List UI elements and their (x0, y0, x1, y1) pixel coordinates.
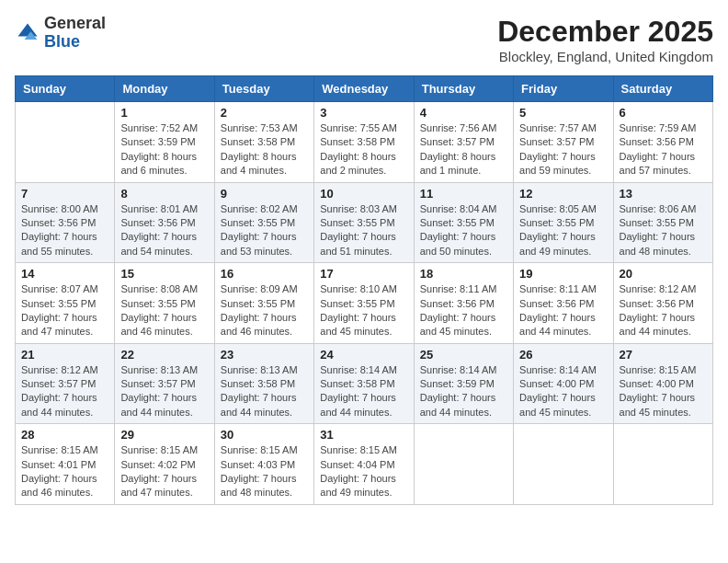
calendar-header-row: SundayMondayTuesdayWednesdayThursdayFrid… (16, 76, 713, 102)
calendar-table: SundayMondayTuesdayWednesdayThursdayFrid… (15, 75, 713, 505)
column-header-friday: Friday (514, 76, 613, 102)
day-number: 9 (221, 187, 308, 201)
day-info: Sunrise: 7:59 AMSunset: 3:56 PMDaylight:… (620, 121, 707, 178)
calendar-cell: 1Sunrise: 7:52 AMSunset: 3:59 PMDaylight… (115, 102, 214, 183)
calendar-cell: 11Sunrise: 8:04 AMSunset: 3:55 PMDayligh… (414, 182, 513, 263)
day-info: Sunrise: 8:09 AMSunset: 3:55 PMDaylight:… (221, 282, 308, 339)
day-info: Sunrise: 7:56 AMSunset: 3:57 PMDaylight:… (420, 121, 507, 178)
calendar-cell: 14Sunrise: 8:07 AMSunset: 3:55 PMDayligh… (16, 263, 115, 344)
day-info: Sunrise: 8:11 AMSunset: 3:56 PMDaylight:… (519, 282, 607, 339)
calendar-cell: 27Sunrise: 8:15 AMSunset: 4:00 PMDayligh… (613, 343, 712, 424)
day-info: Sunrise: 8:05 AMSunset: 3:55 PMDaylight:… (519, 202, 607, 259)
calendar-cell: 23Sunrise: 8:13 AMSunset: 3:58 PMDayligh… (214, 343, 313, 424)
calendar-cell: 28Sunrise: 8:15 AMSunset: 4:01 PMDayligh… (16, 424, 115, 505)
calendar-cell: 10Sunrise: 8:03 AMSunset: 3:55 PMDayligh… (314, 182, 414, 263)
day-info: Sunrise: 8:07 AMSunset: 3:55 PMDaylight:… (21, 282, 108, 339)
day-number: 16 (221, 267, 308, 281)
day-number: 14 (21, 267, 108, 281)
day-info: Sunrise: 8:15 AMSunset: 4:04 PMDaylight:… (320, 443, 407, 500)
calendar-week-row: 14Sunrise: 8:07 AMSunset: 3:55 PMDayligh… (16, 263, 713, 344)
day-info: Sunrise: 8:01 AMSunset: 3:56 PMDaylight:… (120, 202, 208, 259)
calendar-cell (414, 424, 513, 505)
calendar-cell: 30Sunrise: 8:15 AMSunset: 4:03 PMDayligh… (214, 424, 313, 505)
day-number: 6 (620, 106, 707, 120)
calendar-cell: 15Sunrise: 8:08 AMSunset: 3:55 PMDayligh… (115, 263, 214, 344)
logo-text: General Blue (44, 15, 106, 52)
day-info: Sunrise: 8:04 AMSunset: 3:55 PMDaylight:… (420, 202, 507, 259)
page-header: General Blue December 2025 Blockley, Eng… (15, 15, 713, 64)
day-info: Sunrise: 8:02 AMSunset: 3:55 PMDaylight:… (221, 202, 308, 259)
day-number: 2 (221, 106, 308, 120)
calendar-cell: 5Sunrise: 7:57 AMSunset: 3:57 PMDaylight… (514, 102, 613, 183)
calendar-cell (514, 424, 613, 505)
calendar-week-row: 7Sunrise: 8:00 AMSunset: 3:56 PMDaylight… (16, 182, 713, 263)
day-number: 23 (221, 348, 308, 362)
day-info: Sunrise: 8:15 AMSunset: 4:00 PMDaylight:… (620, 363, 707, 420)
calendar-cell: 19Sunrise: 8:11 AMSunset: 3:56 PMDayligh… (514, 263, 613, 344)
day-number: 5 (519, 106, 607, 120)
day-number: 29 (120, 428, 208, 442)
day-info: Sunrise: 8:15 AMSunset: 4:01 PMDaylight:… (21, 443, 108, 500)
day-number: 30 (221, 428, 308, 442)
calendar-week-row: 1Sunrise: 7:52 AMSunset: 3:59 PMDaylight… (16, 102, 713, 183)
calendar-cell: 2Sunrise: 7:53 AMSunset: 3:58 PMDaylight… (214, 102, 313, 183)
column-header-saturday: Saturday (613, 76, 712, 102)
day-number: 4 (420, 106, 507, 120)
day-info: Sunrise: 8:13 AMSunset: 3:57 PMDaylight:… (120, 363, 208, 420)
calendar-cell: 29Sunrise: 8:15 AMSunset: 4:02 PMDayligh… (115, 424, 214, 505)
day-info: Sunrise: 8:13 AMSunset: 3:58 PMDaylight:… (221, 363, 308, 420)
day-info: Sunrise: 8:06 AMSunset: 3:55 PMDaylight:… (620, 202, 707, 259)
day-number: 31 (320, 428, 407, 442)
column-header-monday: Monday (115, 76, 214, 102)
calendar-cell: 24Sunrise: 8:14 AMSunset: 3:58 PMDayligh… (314, 343, 414, 424)
day-number: 25 (420, 348, 507, 362)
day-number: 22 (120, 348, 208, 362)
column-header-sunday: Sunday (16, 76, 115, 102)
calendar-cell: 17Sunrise: 8:10 AMSunset: 3:55 PMDayligh… (314, 263, 414, 344)
day-info: Sunrise: 8:10 AMSunset: 3:55 PMDaylight:… (320, 282, 407, 339)
day-info: Sunrise: 8:14 AMSunset: 3:58 PMDaylight:… (320, 363, 407, 420)
day-number: 3 (320, 106, 407, 120)
logo-icon (15, 20, 40, 46)
month-title: December 2025 (497, 15, 713, 49)
day-number: 12 (519, 187, 607, 201)
day-number: 19 (519, 267, 607, 281)
calendar-cell: 6Sunrise: 7:59 AMSunset: 3:56 PMDaylight… (613, 102, 712, 183)
day-number: 26 (519, 348, 607, 362)
calendar-cell: 12Sunrise: 8:05 AMSunset: 3:55 PMDayligh… (514, 182, 613, 263)
day-info: Sunrise: 7:53 AMSunset: 3:58 PMDaylight:… (221, 121, 308, 178)
calendar-week-row: 28Sunrise: 8:15 AMSunset: 4:01 PMDayligh… (16, 424, 713, 505)
day-number: 10 (320, 187, 407, 201)
day-info: Sunrise: 8:15 AMSunset: 4:02 PMDaylight:… (120, 443, 208, 500)
calendar-cell: 7Sunrise: 8:00 AMSunset: 3:56 PMDaylight… (16, 182, 115, 263)
day-number: 1 (120, 106, 208, 120)
logo-blue: Blue (44, 32, 80, 51)
calendar-cell (16, 102, 115, 183)
day-number: 8 (120, 187, 208, 201)
day-info: Sunrise: 8:12 AMSunset: 3:56 PMDaylight:… (620, 282, 707, 339)
calendar-cell: 21Sunrise: 8:12 AMSunset: 3:57 PMDayligh… (16, 343, 115, 424)
calendar-cell: 13Sunrise: 8:06 AMSunset: 3:55 PMDayligh… (613, 182, 712, 263)
logo-general: General (44, 14, 106, 32)
day-number: 18 (420, 267, 507, 281)
day-info: Sunrise: 8:12 AMSunset: 3:57 PMDaylight:… (21, 363, 108, 420)
day-number: 24 (320, 348, 407, 362)
calendar-cell: 8Sunrise: 8:01 AMSunset: 3:56 PMDaylight… (115, 182, 214, 263)
day-info: Sunrise: 8:15 AMSunset: 4:03 PMDaylight:… (221, 443, 308, 500)
day-number: 17 (320, 267, 407, 281)
calendar-cell: 25Sunrise: 8:14 AMSunset: 3:59 PMDayligh… (414, 343, 513, 424)
calendar-cell: 4Sunrise: 7:56 AMSunset: 3:57 PMDaylight… (414, 102, 513, 183)
day-info: Sunrise: 8:00 AMSunset: 3:56 PMDaylight:… (21, 202, 108, 259)
logo: General Blue (15, 15, 106, 52)
day-info: Sunrise: 7:52 AMSunset: 3:59 PMDaylight:… (120, 121, 208, 178)
column-header-thursday: Thursday (414, 76, 513, 102)
calendar-cell: 3Sunrise: 7:55 AMSunset: 3:58 PMDaylight… (314, 102, 414, 183)
svg-marker-0 (18, 23, 38, 36)
calendar-cell (613, 424, 712, 505)
column-header-wednesday: Wednesday (314, 76, 414, 102)
day-number: 11 (420, 187, 507, 201)
day-info: Sunrise: 8:14 AMSunset: 3:59 PMDaylight:… (420, 363, 507, 420)
calendar-cell: 31Sunrise: 8:15 AMSunset: 4:04 PMDayligh… (314, 424, 414, 505)
day-number: 27 (620, 348, 707, 362)
day-number: 13 (620, 187, 707, 201)
